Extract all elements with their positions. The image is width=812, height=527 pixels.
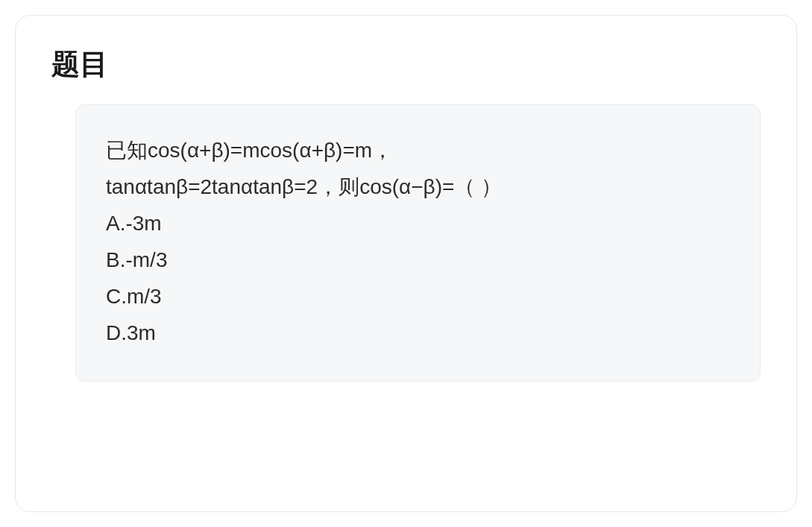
question-stem-line-2: tanαtanβ=2tanαtanβ=2，则cos(α−β)=（ ） xyxy=(106,168,730,205)
option-a: A.-3m xyxy=(106,205,730,242)
question-card: 题目 已知cos(α+β)=mcos(α+β)=m， tanαtanβ=2tan… xyxy=(15,15,797,512)
question-stem-line-1: 已知cos(α+β)=mcos(α+β)=m， xyxy=(106,132,730,168)
section-title: 题目 xyxy=(51,45,761,83)
option-d: D.3m xyxy=(106,315,730,351)
question-box: 已知cos(α+β)=mcos(α+β)=m， tanαtanβ=2tanαta… xyxy=(75,104,761,382)
option-b: B.-m/3 xyxy=(106,242,730,278)
option-c: C.m/3 xyxy=(106,278,730,315)
